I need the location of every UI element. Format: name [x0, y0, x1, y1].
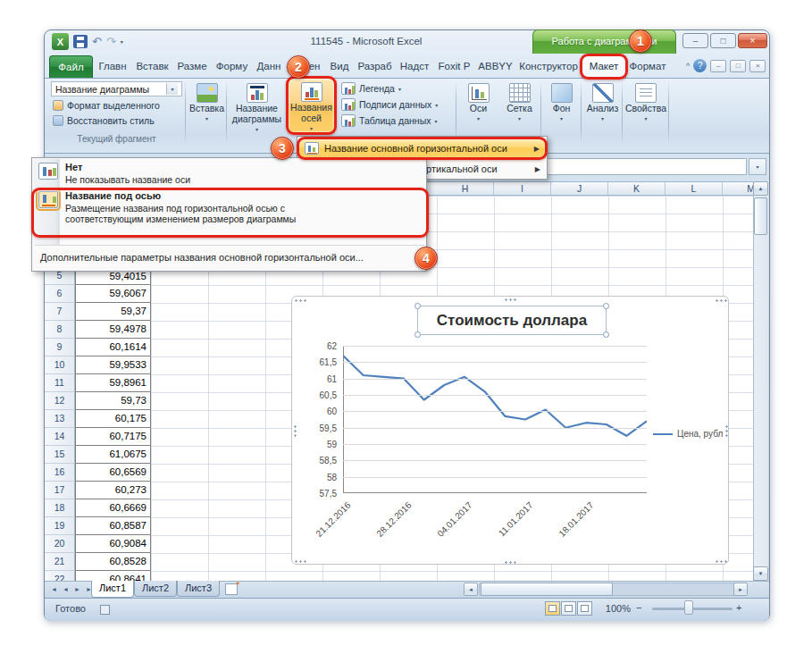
prev-sheet-icon[interactable]: ◄: [60, 583, 71, 596]
redo-icon[interactable]: ↷: [106, 35, 116, 48]
cell-value-row-15[interactable]: 61,0675: [75, 446, 151, 464]
restore-button[interactable]: □: [710, 33, 736, 48]
row-header-20[interactable]: 20: [45, 535, 75, 553]
tab-Foxit P[interactable]: Foxit P: [433, 55, 475, 78]
scroll-right-button[interactable]: ►: [733, 583, 748, 596]
tab-Разраб[interactable]: Разраб: [354, 55, 396, 78]
tab-Форму[interactable]: Форму: [212, 55, 252, 78]
chart-selection-handle[interactable]: [295, 560, 306, 563]
gridlines-button[interactable]: Сетка ▾: [499, 80, 540, 133]
chart-object[interactable]: Стоимость доллара Цена, рубл 6261,56160,…: [291, 296, 729, 565]
row-header-18[interactable]: 18: [45, 499, 75, 517]
vertical-scroll-thumb[interactable]: [754, 197, 767, 235]
workbook-minimize-button[interactable]: –: [710, 60, 726, 72]
cell-value-row-6[interactable]: 59,6067: [75, 285, 151, 303]
column-header-J[interactable]: J: [551, 182, 608, 196]
row-header-15[interactable]: 15: [45, 446, 75, 464]
row-header-12[interactable]: 12: [45, 392, 75, 410]
column-header-L[interactable]: L: [666, 182, 723, 196]
chart-selection-handle[interactable]: [725, 425, 728, 437]
cell-value-row-18[interactable]: 60,6669: [75, 499, 151, 517]
help-icon[interactable]: ?: [693, 59, 707, 72]
chart-selection-handle[interactable]: [295, 299, 306, 302]
row-header-9[interactable]: 9: [45, 339, 75, 356]
chart-legend[interactable]: Цена, рубл: [653, 429, 723, 439]
qat-customize-icon[interactable]: ▾: [121, 38, 123, 45]
tab-Рецен[interactable]: Рецен: [286, 55, 325, 78]
formula-bar-expand-button[interactable]: ▾: [749, 158, 766, 175]
selection-handle[interactable]: [414, 303, 421, 309]
tab-Вставк[interactable]: Вставк: [132, 55, 172, 78]
selection-handle[interactable]: [603, 303, 609, 309]
zoom-in-button[interactable]: +: [736, 602, 741, 613]
cell-value-row-9[interactable]: 60,1614: [75, 339, 151, 356]
analysis-button[interactable]: Анализ ▾: [582, 80, 623, 133]
tab-Макет[interactable]: Макет: [582, 55, 626, 78]
page-layout-view-button[interactable]: [561, 601, 576, 616]
cell-value-row-19[interactable]: 60,8587: [75, 517, 151, 535]
row-header-14[interactable]: 14: [45, 428, 75, 446]
data-table-button[interactable]: Таблица данных ▾: [339, 113, 454, 128]
ribbon-collapse-icon[interactable]: ^: [686, 62, 690, 71]
contextual-tab-group[interactable]: Работа с диаграммами: [532, 29, 676, 54]
row-header-8[interactable]: 8: [45, 321, 75, 339]
tab-Вид[interactable]: Вид: [325, 55, 354, 78]
chart-selection-handle[interactable]: [716, 560, 727, 563]
axes-button[interactable]: Оси ▾: [458, 80, 498, 133]
macro-record-icon[interactable]: [100, 605, 110, 615]
sheet-tab-Лист1[interactable]: Лист1: [91, 581, 134, 598]
tab-Главн[interactable]: Главн: [93, 55, 132, 78]
chevron-down-icon[interactable]: ▾: [166, 83, 178, 95]
column-header-K[interactable]: K: [608, 182, 666, 196]
normal-view-button[interactable]: [545, 601, 560, 616]
vertical-scrollbar[interactable]: [753, 181, 768, 581]
more-axis-title-options-item[interactable]: Дополнительные параметры названия основн…: [32, 247, 425, 269]
first-sheet-icon[interactable]: ◄: [48, 583, 60, 596]
sheet-tab-Лист2[interactable]: Лист2: [134, 581, 177, 597]
background-button[interactable]: Фон ▾: [542, 80, 581, 133]
submenu-option-none[interactable]: НетНе показывать название оси: [33, 161, 427, 189]
save-icon[interactable]: [73, 35, 88, 48]
chart-element-selector[interactable]: Название диаграммы ▾: [51, 81, 182, 96]
row-header-19[interactable]: 19: [45, 517, 75, 535]
row-header-7[interactable]: 7: [45, 303, 75, 321]
format-selection-button[interactable]: Формат выделенного: [51, 98, 182, 113]
chart-selection-handle[interactable]: [294, 425, 297, 437]
scroll-down-button[interactable]: ▼: [753, 566, 768, 581]
column-header-H[interactable]: H: [437, 182, 494, 196]
reset-style-button[interactable]: Восстановить стиль: [51, 113, 182, 128]
data-labels-button[interactable]: Подписи данных ▾: [339, 97, 454, 112]
menu-item-axis-0[interactable]: Название основной горизонтальной оси▶: [298, 138, 546, 158]
cell-value-row-12[interactable]: 59,73: [75, 392, 151, 410]
cell-value-row-21[interactable]: 60,8528: [75, 553, 151, 571]
cell-value-row-17[interactable]: 60,273: [75, 482, 151, 499]
next-sheet-icon[interactable]: ►: [71, 583, 83, 596]
row-header-21[interactable]: 21: [45, 553, 75, 571]
tab-Формат[interactable]: Формат: [626, 55, 669, 78]
scroll-up-button[interactable]: ▲: [753, 181, 768, 196]
row-header-22[interactable]: 22: [45, 571, 75, 581]
row-header-16[interactable]: 16: [45, 464, 75, 482]
minimize-button[interactable]: –: [682, 33, 708, 48]
workbook-restore-button[interactable]: □: [730, 60, 746, 72]
selection-handle[interactable]: [414, 331, 421, 338]
undo-icon[interactable]: ↶: [92, 35, 102, 48]
tab-Файл[interactable]: Файл: [49, 55, 93, 78]
tab-ABBYY[interactable]: ABBYY: [475, 55, 515, 78]
chart-title-box[interactable]: Стоимость доллара: [417, 306, 607, 335]
cell-value-row-22[interactable]: 60,8641: [75, 571, 151, 581]
excel-logo-icon[interactable]: X: [52, 33, 69, 50]
close-button[interactable]: ×: [738, 33, 767, 48]
row-header-10[interactable]: 10: [45, 356, 75, 374]
submenu-option-under-axis[interactable]: Название под осьюРазмещение названия под…: [33, 189, 427, 236]
chart-title-text[interactable]: Стоимость доллара: [418, 306, 606, 334]
cell-value-row-10[interactable]: 59,9533: [75, 356, 151, 374]
column-header-M[interactable]: M: [723, 182, 753, 196]
row-header-11[interactable]: 11: [45, 374, 75, 392]
cell-value-row-7[interactable]: 59,37: [75, 303, 151, 321]
properties-button[interactable]: Свойства ▾: [624, 80, 668, 133]
cell-value-row-14[interactable]: 60,7175: [75, 428, 151, 446]
chart-selection-handle[interactable]: [505, 561, 516, 564]
tab-Конструктор[interactable]: Конструктор: [515, 55, 582, 78]
cell-value-row-13[interactable]: 60,175: [75, 410, 151, 428]
